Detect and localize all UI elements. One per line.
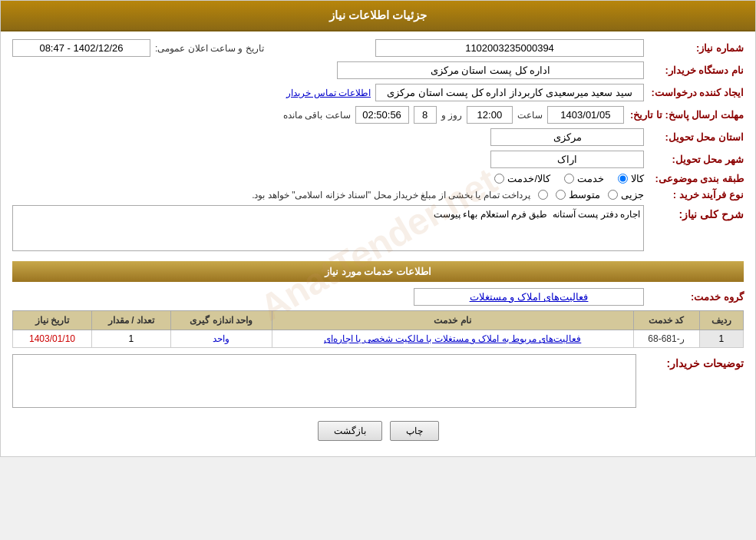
row-shomara: شماره نیاز: 1102003235000394 تاریخ و ساع…: [12, 39, 744, 57]
mohlet-date: 1403/01/05: [547, 106, 624, 124]
row-dasgah: نام دستگاه خریدار: اداره کل پست استان مر…: [12, 61, 744, 79]
tabaghe-radio-group: کالا خدمت کالا/خدمت: [494, 173, 644, 184]
mohlet-rooz-label: روز و: [441, 110, 462, 121]
khadamat-section-title: اطلاعات خدمات مورد نیاز: [12, 261, 744, 282]
cell-tedad: 1: [92, 330, 171, 348]
mohlet-label: مهلت ارسال پاسخ: تا تاریخ:: [624, 109, 744, 121]
radio-motawaset[interactable]: متوسط: [556, 189, 600, 200]
radio-khadamat[interactable]: خدمت: [564, 173, 604, 184]
radio-kala-khadamat-input[interactable]: [494, 174, 504, 184]
gorooh-value[interactable]: فعالیت‌های املاک و مستغلات: [414, 288, 644, 306]
radio-kala-input[interactable]: [618, 174, 628, 184]
row-farayand: نوع فرآیند خرید : جزیی متوسط پرداخت تمام…: [12, 189, 744, 200]
radio-motawaset-label: متوسط: [569, 189, 600, 200]
row-ostan: استان محل تحویل: مرکزی: [12, 128, 744, 146]
ijad-value: سید سعید میرسعیدی کاربرداز اداره کل پست …: [375, 84, 644, 101]
shomara-value-group: 1102003235000394 تاریخ و ساعت اعلان عموم…: [12, 39, 644, 57]
radio-motawaset-input[interactable]: [556, 190, 566, 200]
chap-button[interactable]: چاپ: [390, 421, 439, 441]
etelaat-tamas-link[interactable]: اطلاعات تماس خریدار: [286, 88, 371, 98]
mohlet-rooz: 8: [414, 106, 437, 124]
radio-jozyi[interactable]: جزیی: [608, 189, 644, 200]
cell-tarikh: 1403/01/10: [13, 330, 92, 348]
sharh-textarea[interactable]: اجاره دفتر پست آستانه طبق فرم استعلام به…: [12, 205, 644, 251]
row-ijad: ایجاد کننده درخواست: سید سعید میرسعیدی ک…: [12, 84, 744, 101]
radio-kala-khadamat-label: کالا/خدمت: [507, 173, 550, 184]
radio-khadamat-input[interactable]: [564, 174, 574, 184]
main-content: AnatTender.net شماره نیاز: 1102003235000…: [1, 31, 755, 456]
shahr-value: اراک: [490, 151, 644, 168]
farayand-label: نوع فرآیند خرید :: [644, 189, 744, 200]
shomara-label: شماره نیاز:: [644, 42, 744, 54]
mohlet-baqi: 02:50:56: [355, 106, 409, 124]
row-shahr: شهر محل تحویل: اراک: [12, 151, 744, 168]
shahr-label: شهر محل تحویل:: [644, 154, 744, 165]
farayand-radio-group: جزیی متوسط پرداخت تمام یا بخشی از مبلغ خ…: [252, 189, 644, 200]
ostan-label: استان محل تحویل:: [644, 131, 744, 143]
page-title: جزئیات اطلاعات نیاز: [329, 8, 427, 22]
tarikh-value: 1402/12/26 - 08:47: [12, 39, 150, 57]
col-naam: نام خدمت: [272, 311, 633, 330]
radio-jozyi-label: جزیی: [621, 189, 644, 200]
radio-jozyi-input[interactable]: [608, 190, 618, 200]
row-sharh: شرح کلی نیاز: اجاره دفتر پست آستانه طبق …: [12, 205, 744, 253]
gorooh-label: گروه خدمت:: [644, 291, 744, 303]
radio-other-input[interactable]: [538, 190, 548, 200]
mohlet-value-group: 1403/01/05 ساعت 12:00 روز و 8 02:50:56 س…: [12, 106, 624, 124]
cell-naam: فعالیت‌های مربوط به املاک و مستغلات با م…: [272, 330, 633, 348]
col-tarikh: تاریخ نیاز: [13, 311, 92, 330]
cell-radif: 1: [699, 330, 743, 348]
ijad-value-group: سید سعید میرسعیدی کاربرداز اداره کل پست …: [12, 84, 644, 101]
notes-section: توضیحات خریدار:: [12, 354, 744, 410]
tawsiyat-container: [12, 354, 636, 410]
tawsiyat-textarea[interactable]: [12, 354, 636, 408]
khadamat-table: ردیف کد خدمت نام خدمت واحد اندازه گیری ت…: [12, 310, 744, 348]
tarikh-label: تاریخ و ساعت اعلان عمومی:: [155, 43, 264, 54]
cell-vahed: واحد: [170, 330, 272, 348]
radio-khadamat-label: خدمت: [577, 173, 604, 184]
ijad-label: ایجاد کننده درخواست:: [644, 87, 744, 98]
row-tabaghe: طبقه بندی موضوعی: کالا خدمت کالا/خدمت: [12, 173, 744, 184]
row-mohlet: مهلت ارسال پاسخ: تا تاریخ: 1403/01/05 سا…: [12, 106, 744, 124]
mohlet-baqi-label: ساعت باقی مانده: [283, 110, 351, 121]
page-wrapper: جزئیات اطلاعات نیاز AnatTender.net شماره…: [0, 0, 756, 457]
mohlet-saat: 12:00: [467, 106, 513, 124]
sharh-label: شرح کلی نیاز:: [644, 205, 744, 220]
table-row: 1 ر-681-68 فعالیت‌های مربوط به املاک و م…: [13, 330, 744, 348]
table-header-row: ردیف کد خدمت نام خدمت واحد اندازه گیری ت…: [13, 311, 744, 330]
shomara-value: 1102003235000394: [375, 39, 644, 57]
ostan-value: مرکزی: [490, 128, 644, 146]
radio-other[interactable]: [538, 190, 548, 200]
col-tedad: تعداد / مقدار: [92, 311, 171, 330]
tabaghe-label: طبقه بندی موضوعی:: [644, 173, 744, 184]
buttons-row: چاپ بازگشت: [12, 421, 744, 441]
radio-kala-label: کالا: [631, 173, 644, 184]
bazgasht-button[interactable]: بازگشت: [318, 421, 382, 441]
sharh-container: اجاره دفتر پست آستانه طبق فرم استعلام به…: [12, 205, 644, 253]
tawsiyat-label: توضیحات خریدار:: [644, 354, 744, 369]
col-vahed: واحد اندازه گیری: [170, 311, 272, 330]
cell-kod: ر-681-68: [633, 330, 699, 348]
mohlet-saat-label: ساعت: [517, 110, 543, 121]
page-header: جزئیات اطلاعات نیاز: [1, 1, 755, 31]
col-kod: کد خدمت: [633, 311, 699, 330]
radio-kala-khadamat[interactable]: کالا/خدمت: [494, 173, 550, 184]
dasgah-value: اداره کل پست استان مرکزی: [337, 61, 644, 79]
col-radif: ردیف: [699, 311, 743, 330]
farayand-warning: پرداخت تمام یا بخشی از مبلغ خریداز محل "…: [252, 190, 530, 200]
dasgah-label: نام دستگاه خریدار:: [644, 65, 744, 76]
row-gorooh: گروه خدمت: فعالیت‌های املاک و مستغلات: [12, 288, 744, 306]
radio-kala[interactable]: کالا: [618, 173, 644, 184]
